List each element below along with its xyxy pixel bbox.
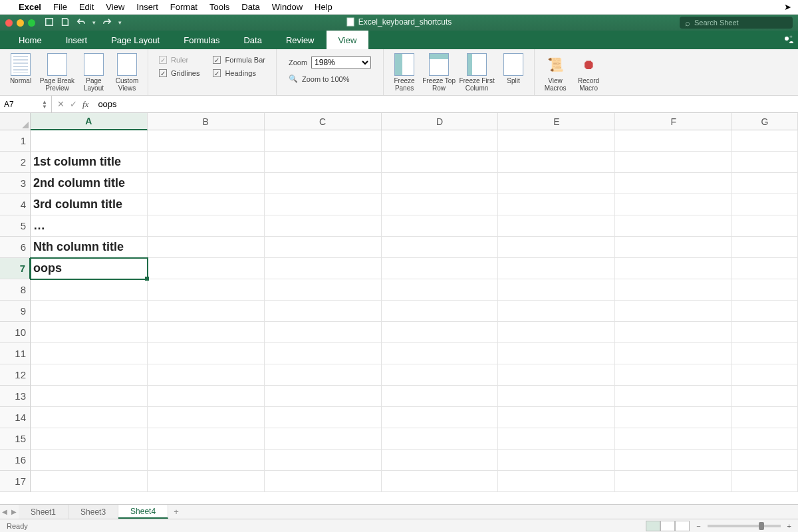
cell-A6[interactable]: Nth column title	[31, 237, 148, 258]
row-header-11[interactable]: 11	[0, 343, 31, 364]
cell-G4[interactable]	[732, 194, 798, 215]
cell-F17[interactable]	[615, 471, 732, 492]
page-break-preview-button[interactable]: Page Break Preview	[39, 52, 76, 92]
cell-F14[interactable]	[615, 407, 732, 428]
redo-dropdown-icon[interactable]: ▾	[118, 19, 122, 26]
cell-D13[interactable]	[382, 386, 499, 407]
cell-F16[interactable]	[615, 450, 732, 471]
cell-B11[interactable]	[148, 343, 265, 364]
cell-C15[interactable]	[265, 428, 382, 450]
share-button[interactable]: +	[778, 31, 798, 49]
tab-page-layout[interactable]: Page Layout	[99, 31, 172, 49]
cell-E16[interactable]	[498, 450, 615, 471]
cell-E8[interactable]	[498, 279, 615, 301]
freeze-top-row-button[interactable]: Freeze Top Row	[422, 52, 456, 92]
cell-D15[interactable]	[382, 428, 499, 450]
cell-G16[interactable]	[732, 450, 798, 471]
page-layout-button[interactable]: Page Layout	[78, 52, 109, 92]
row-header-6[interactable]: 6	[0, 237, 31, 258]
cell-F1[interactable]	[615, 130, 732, 152]
cell-C16[interactable]	[265, 450, 382, 471]
cell-B1[interactable]	[148, 130, 265, 152]
row-header-1[interactable]: 1	[0, 130, 31, 152]
tab-review[interactable]: Review	[274, 31, 327, 49]
cell-B12[interactable]	[148, 364, 265, 386]
view-normal-icon[interactable]	[646, 521, 660, 531]
freeze-panes-button[interactable]: Freeze Panes	[389, 52, 420, 92]
row-header-12[interactable]: 12	[0, 364, 31, 386]
cell-A17[interactable]	[31, 471, 148, 492]
row-header-16[interactable]: 16	[0, 450, 31, 471]
cell-F7[interactable]	[615, 258, 732, 279]
cell-B15[interactable]	[148, 428, 265, 450]
cell-E3[interactable]	[498, 173, 615, 194]
cell-A9[interactable]	[31, 301, 148, 322]
cell-D1[interactable]	[382, 130, 499, 152]
cell-F13[interactable]	[615, 386, 732, 407]
cell-F11[interactable]	[615, 343, 732, 364]
minimize-window-button[interactable]	[17, 19, 24, 27]
name-box[interactable]: ▲▼	[0, 96, 52, 112]
cell-D8[interactable]	[382, 279, 499, 301]
cell-B14[interactable]	[148, 407, 265, 428]
cell-G11[interactable]	[732, 343, 798, 364]
view-page-layout-icon[interactable]	[660, 521, 675, 531]
cell-C17[interactable]	[265, 471, 382, 492]
zoom-100-button[interactable]: 🔍 Zoom to 100%	[289, 74, 371, 83]
app-menu-help[interactable]: Help	[315, 2, 332, 12]
cell-F9[interactable]	[615, 301, 732, 322]
sheet-nav-prev-icon[interactable]: ◀	[0, 508, 9, 515]
tab-data[interactable]: Data	[231, 31, 273, 49]
cell-D10[interactable]	[382, 322, 499, 343]
cell-F15[interactable]	[615, 428, 732, 450]
ruler-checkbox[interactable]: ✓Ruler	[159, 56, 200, 64]
cell-E7[interactable]	[498, 258, 615, 279]
app-menu-edit[interactable]: Edit	[79, 2, 94, 12]
location-icon[interactable]: ➤	[784, 2, 791, 12]
cell-F12[interactable]	[615, 364, 732, 386]
row-header-7[interactable]: 7	[0, 258, 31, 279]
app-menu-view[interactable]: View	[106, 2, 124, 12]
row-header-2[interactable]: 2	[0, 152, 31, 173]
cell-B10[interactable]	[148, 322, 265, 343]
cell-G13[interactable]	[732, 386, 798, 407]
cell-G12[interactable]	[732, 364, 798, 386]
cell-A12[interactable]	[31, 364, 148, 386]
cell-B5[interactable]	[148, 215, 265, 237]
sheet-tab-sheet3[interactable]: Sheet3	[68, 505, 118, 519]
cell-A1[interactable]	[31, 130, 148, 152]
quick-save2-icon[interactable]	[61, 17, 70, 29]
tab-home[interactable]: Home	[7, 31, 54, 49]
cell-C4[interactable]	[265, 194, 382, 215]
cell-B6[interactable]	[148, 237, 265, 258]
formula-input[interactable]	[98, 99, 794, 109]
cell-G5[interactable]	[732, 215, 798, 237]
normal-view-button[interactable]: Normal	[5, 52, 36, 84]
formula-bar-checkbox[interactable]: ✓Formula Bar	[213, 56, 265, 64]
cell-A10[interactable]	[31, 322, 148, 343]
row-header-15[interactable]: 15	[0, 428, 31, 450]
cell-D7[interactable]	[382, 258, 499, 279]
redo-icon[interactable]	[102, 17, 112, 29]
namebox-down-icon[interactable]: ▼	[42, 104, 47, 109]
cell-F4[interactable]	[615, 194, 732, 215]
tab-insert[interactable]: Insert	[54, 31, 100, 49]
tab-formulas[interactable]: Formulas	[172, 31, 231, 49]
cell-A7[interactable]: oops	[31, 258, 148, 279]
zoom-out-button[interactable]: −	[696, 522, 700, 530]
cell-A8[interactable]	[31, 279, 148, 301]
select-all-corner[interactable]	[0, 113, 31, 130]
cell-G6[interactable]	[732, 237, 798, 258]
fx-icon[interactable]: fx	[82, 99, 88, 110]
app-menu-tools[interactable]: Tools	[209, 2, 229, 12]
cell-C1[interactable]	[265, 130, 382, 152]
cell-G17[interactable]	[732, 471, 798, 492]
cell-A16[interactable]	[31, 450, 148, 471]
cell-E2[interactable]	[498, 152, 615, 173]
cell-D16[interactable]	[382, 450, 499, 471]
cell-D9[interactable]	[382, 301, 499, 322]
cell-B4[interactable]	[148, 194, 265, 215]
spreadsheet-grid[interactable]: ABCDEFG 1234567891011121314151617 1st co…	[0, 113, 798, 504]
sheet-tab-sheet4[interactable]: Sheet4	[118, 505, 168, 519]
cell-A14[interactable]	[31, 407, 148, 428]
